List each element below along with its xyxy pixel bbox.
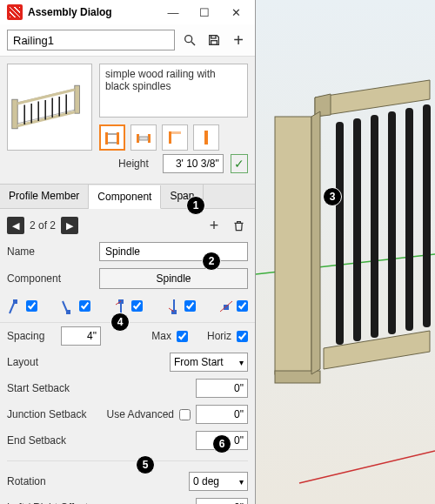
minimize-button[interactable]: — [157,0,189,24]
prev-component-button[interactable]: ◀ [7,217,24,234]
component-label: Component [7,272,94,285]
svg-rect-9 [353,118,361,341]
mode-post-icon[interactable] [193,124,219,151]
svg-rect-5 [275,117,311,374]
svg-marker-7 [311,111,320,374]
horiz-label: Horiz [207,330,231,342]
use-advanced-checkbox[interactable] [179,409,191,420]
tab-profile-member[interactable]: Profile Member [0,185,89,208]
anchor-top-left-icon [7,296,24,315]
viewport-3d[interactable] [256,0,435,504]
spacing-label: Spacing [7,330,56,342]
end-setback-label: End Setback [7,434,94,447]
svg-point-14 [185,36,192,43]
window-title: Assembly Dialog [28,6,157,18]
close-button[interactable]: ✕ [220,0,251,24]
chevron-down-icon: ▾ [238,477,245,487]
callout-4: 4 [110,312,130,332]
anchor-top-left-checkbox[interactable] [26,300,37,312]
layout-select[interactable]: From Start▾ [170,353,248,372]
anchor-free-icon [218,296,235,315]
use-advanced-label: Use Advanced [107,408,174,420]
svg-line-15 [191,42,195,45]
svg-rect-30 [105,132,108,144]
svg-rect-19 [12,99,17,129]
svg-rect-41 [13,299,17,304]
titlebar: Assembly Dialog — ☐ ✕ [0,0,255,24]
junction-setback-input[interactable] [196,405,248,424]
anchor-bottom-left-checkbox[interactable] [79,300,90,312]
svg-rect-43 [66,310,70,314]
save-icon[interactable] [204,30,224,50]
assembly-thumbnail [7,64,92,151]
svg-rect-39 [204,131,208,144]
maximize-button[interactable]: ☐ [189,0,220,24]
callout-6: 6 [212,434,231,454]
anchor-top-center-checkbox[interactable] [131,300,143,312]
callout-2: 2 [202,252,221,271]
component-counter: 2 of 2 [30,219,56,232]
component-name-input[interactable] [99,242,248,261]
layout-label: Layout [7,356,94,368]
rotation-label: Rotation [7,475,94,487]
app-logo-icon [7,4,23,20]
rotation-select[interactable]: 0 deg▾ [189,472,248,491]
svg-rect-10 [371,115,378,338]
svg-rect-11 [388,111,396,334]
anchor-bottom-left-icon [60,296,77,315]
tab-component[interactable]: Component [89,185,161,209]
mode-span-icon[interactable] [130,124,157,151]
spacing-input[interactable] [61,326,101,346]
start-setback-label: Start Setback [7,382,94,394]
mode-segment-icon[interactable] [99,124,125,151]
svg-rect-50 [224,305,229,310]
add-icon[interactable]: + [229,30,248,50]
max-label: Max [151,330,171,342]
anchor-bottom-center-checkbox[interactable] [184,300,196,312]
name-label: Name [7,245,94,258]
svg-rect-17 [211,41,218,45]
delete-component-button[interactable] [229,216,248,235]
apply-height-button[interactable]: ✓ [231,154,248,173]
svg-rect-20 [75,85,80,113]
start-setback-input[interactable] [196,379,248,398]
callout-5: 5 [136,455,155,474]
chevron-down-icon: ▾ [238,358,245,367]
svg-rect-31 [117,132,119,144]
height-input[interactable] [163,154,224,173]
svg-line-51 [220,301,232,312]
svg-rect-13 [423,104,431,327]
assembly-dialog: Assembly Dialog — ☐ ✕ + [0,0,256,504]
height-label: Height [118,158,149,170]
lr-offset-input[interactable] [196,498,248,504]
mode-corner-icon[interactable] [162,124,188,151]
component-picker-button[interactable]: Spindle [99,268,248,289]
svg-rect-38 [169,131,181,134]
anchor-free-checkbox[interactable] [237,300,248,312]
callout-3: 3 [323,187,342,206]
svg-rect-8 [336,122,344,345]
description-input[interactable] [99,64,248,118]
callout-1: 1 [186,196,205,215]
assembly-name-input[interactable] [7,30,175,50]
anchor-bottom-center-icon [165,296,183,315]
junction-setback-label: Junction Setback [7,408,94,420]
next-component-button[interactable]: ▶ [61,217,78,234]
svg-rect-16 [211,36,216,38]
add-component-button[interactable]: + [204,216,224,235]
svg-rect-36 [139,137,148,140]
svg-line-1 [299,451,435,483]
max-checkbox[interactable] [177,331,188,342]
svg-rect-12 [405,108,413,331]
horiz-checkbox[interactable] [237,331,248,342]
search-icon[interactable] [180,30,199,50]
